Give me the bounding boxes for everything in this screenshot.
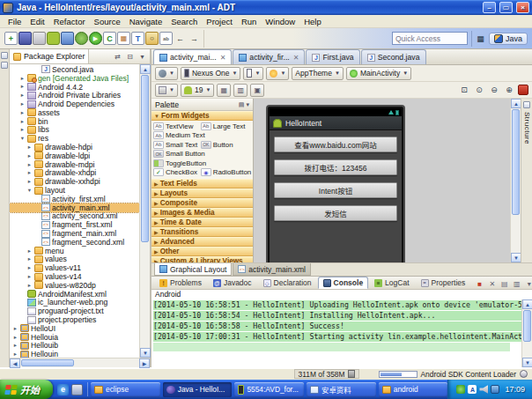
heap-status[interactable]: 311M of 358M: [294, 369, 359, 379]
tree-item[interactable]: ▾ res: [10, 134, 139, 143]
collapse-all-icon[interactable]: ⊟: [125, 52, 135, 62]
view-tab[interactable]: Problems: [154, 277, 207, 289]
job-status-icon[interactable]: [520, 370, 528, 378]
tree-expander-icon[interactable]: ▸: [26, 264, 33, 271]
preview-button-widget[interactable]: 发短信: [274, 205, 397, 221]
scroll-down-icon[interactable]: ▼: [140, 348, 151, 358]
tree-expander-icon[interactable]: ▸: [12, 334, 18, 341]
open-perspective-icon[interactable]: ▦: [476, 33, 485, 43]
tree-item[interactable]: ▸ gen [Generated Java Files]: [10, 74, 139, 83]
tree-expander-icon[interactable]: ▸: [19, 126, 26, 133]
tree-item[interactable]: ▸ Android Dependencies: [10, 100, 139, 108]
palette-item[interactable]: Medium Text: [153, 131, 205, 141]
zoom-out-icon[interactable]: ⊖: [488, 84, 500, 96]
menu-item[interactable]: Source: [90, 17, 125, 26]
tree-item[interactable]: ▾ layout: [10, 186, 139, 195]
tree-expander-icon[interactable]: ▸: [26, 178, 33, 185]
network-icon[interactable]: [491, 385, 499, 394]
tree-expander-icon[interactable]: ▸: [26, 248, 33, 255]
orientation-dropdown[interactable]: ▼: [243, 67, 263, 80]
tree-item[interactable]: AndroidManifest.xml: [10, 290, 139, 299]
new-wizard-icon[interactable]: [4, 32, 18, 45]
editor-mode-tab[interactable]: activity_main.xml: [233, 263, 311, 276]
tree-item[interactable]: ic_launcher-web.png: [10, 299, 139, 307]
close-tab-icon[interactable]: ✕: [220, 54, 226, 62]
palette-section-form-widgets[interactable]: ▼ Form Widgets: [151, 111, 253, 121]
tree-item[interactable]: ▸ bin: [10, 117, 139, 126]
tree-item[interactable]: ▸ Hellouia: [10, 333, 139, 342]
palette-section[interactable]: ▶ Text Fields: [151, 179, 253, 188]
menu-item[interactable]: Window: [261, 17, 299, 26]
configuration-dropdown[interactable]: ▼: [155, 67, 178, 80]
zoom-fit-icon[interactable]: ⊡: [458, 84, 470, 96]
console-menu-icon[interactable]: ▾: [524, 279, 532, 289]
palette-item[interactable]: Button: [201, 140, 248, 150]
menu-item[interactable]: Edit: [26, 17, 48, 26]
garbage-collect-icon[interactable]: [348, 370, 355, 378]
zoom-in-icon[interactable]: ⊕: [503, 84, 515, 96]
preview-button-widget[interactable]: Intent按钮: [274, 182, 397, 198]
clear-console-icon[interactable]: ▤: [499, 279, 509, 289]
avd-manager-icon[interactable]: [61, 32, 74, 45]
tree-item[interactable]: ▸ HelloUI: [10, 324, 139, 333]
sdk-manager-icon[interactable]: [47, 32, 60, 45]
tree-item[interactable]: ▸ values-v11: [10, 263, 139, 272]
palette-section[interactable]: ▶ Advanced: [151, 237, 253, 247]
scroll-up-icon[interactable]: ▲: [140, 64, 151, 74]
editor-tab[interactable]: First.java ✕: [306, 49, 359, 64]
taskbar-window-button[interactable]: android: [379, 382, 448, 397]
open-type-icon[interactable]: [131, 32, 144, 45]
tree-item[interactable]: Second.java: [10, 65, 139, 74]
new-package-icon[interactable]: [117, 32, 130, 45]
preview-button-widget[interactable]: 查看www.baidu.com网站: [274, 137, 397, 152]
palette-section[interactable]: ▶ Other: [151, 247, 253, 256]
volume-icon[interactable]: [479, 385, 488, 394]
locale-dropdown[interactable]: ▼: [155, 84, 178, 97]
tree-expander-icon[interactable]: ▸: [12, 325, 18, 332]
canvas-vertical-scrollbar[interactable]: ▲ ▼: [510, 99, 521, 262]
tree-expander-icon[interactable]: ▸: [26, 273, 33, 280]
show-desktop-icon[interactable]: [71, 384, 83, 395]
quick-access-input[interactable]: [392, 32, 468, 45]
palette-item[interactable]: Small Button: [153, 150, 205, 159]
menu-item[interactable]: Search: [166, 17, 202, 26]
menu-item[interactable]: Help: [299, 17, 326, 26]
activity-dropdown[interactable]: MainActivity▼: [346, 67, 411, 80]
api-level-dropdown[interactable]: 19▼: [181, 84, 214, 97]
show-grid-toggle[interactable]: ▦: [217, 84, 231, 97]
tree-item[interactable]: ▸ values-w820dp: [10, 281, 139, 290]
menu-item[interactable]: Project: [202, 17, 237, 26]
tree-item[interactable]: fragment_second.xml: [10, 238, 139, 247]
tree-expander-icon[interactable]: ▾: [26, 187, 33, 194]
snap-to-grid-toggle[interactable]: ▥: [233, 84, 248, 97]
view-tab[interactable]: Console: [318, 277, 369, 289]
tree-horizontal-scrollbar[interactable]: ◀ ▶: [10, 358, 150, 367]
taskbar-window-button[interactable]: 5554:AVD_for...: [234, 382, 304, 397]
palette-item[interactable]: TextView: [153, 122, 201, 131]
view-tab[interactable]: Declaration: [258, 277, 317, 289]
taskbar-window-button[interactable]: eclipse: [91, 382, 160, 397]
palette-section[interactable]: ▶ Transitions: [151, 227, 253, 237]
taskbar-window-button[interactable]: Java - HelloI...: [163, 382, 233, 397]
editor-tab[interactable]: Second.java ✕: [361, 49, 426, 64]
tree-expander-icon[interactable]: ▸: [26, 282, 33, 289]
layout-canvas[interactable]: HelloIntent 查看www.baidu.com网站 拨打电话：12345…: [254, 99, 521, 262]
terminate-icon[interactable]: ■: [475, 279, 484, 289]
tree-expander-icon[interactable]: ▸: [19, 118, 26, 125]
taskbar-clock[interactable]: 17:09: [505, 385, 525, 394]
tree-item[interactable]: fragment_main.xml: [10, 229, 139, 238]
minimize-button[interactable]: –: [483, 2, 496, 13]
restore-structure-icon[interactable]: [523, 101, 530, 108]
tree-expander-icon[interactable]: ▸: [12, 342, 18, 349]
tree-expander-icon[interactable]: ▸: [26, 255, 33, 262]
tree-expander-icon[interactable]: ▸: [26, 169, 33, 176]
tree-expander-icon[interactable]: ▸: [19, 109, 26, 116]
view-menu-icon[interactable]: ▾: [137, 52, 147, 62]
tree-item[interactable]: ▸ values-v14: [10, 272, 139, 281]
scroll-thumb[interactable]: [512, 109, 520, 215]
tree-item[interactable]: ▸ drawable-hdpi: [10, 143, 139, 151]
tree-item[interactable]: activity_main.xml: [10, 203, 139, 212]
palette-section[interactable]: ▶ Images & Media: [151, 208, 253, 218]
palette-item[interactable]: CheckBox: [153, 168, 201, 178]
tree-expander-icon[interactable]: ▾: [19, 135, 26, 142]
